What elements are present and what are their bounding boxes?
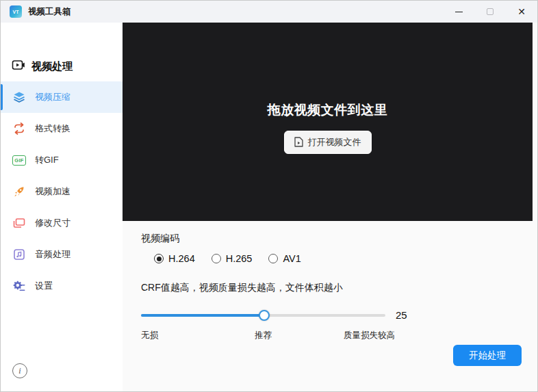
sidebar-header: 视频处理 bbox=[1, 23, 123, 75]
sidebar-item-format-convert[interactable]: 格式转换 bbox=[1, 113, 123, 144]
info-button[interactable]: i bbox=[12, 363, 27, 378]
radio-selected-icon bbox=[154, 254, 164, 263]
sidebar-item-label: 音频处理 bbox=[35, 248, 71, 261]
radio-label: H.265 bbox=[226, 253, 253, 264]
dropzone-title: 拖放视频文件到这里 bbox=[268, 101, 388, 119]
crf-hint-text: CRF值越高，视频质量损失越高，文件体积越小 bbox=[141, 282, 537, 294]
open-video-file-button[interactable]: 打开视频文件 bbox=[284, 131, 372, 154]
slider-label-recommended: 推荐 bbox=[255, 330, 272, 341]
compress-settings-panel: 视频编码 H.264 H.265 AV1 CRF值越高，视频质 bbox=[123, 221, 537, 391]
sidebar-item-label: 设置 bbox=[35, 280, 53, 292]
gif-icon: GIF bbox=[12, 153, 26, 167]
slider-fill bbox=[141, 314, 264, 317]
maximize-icon bbox=[487, 8, 494, 15]
radio-av1[interactable]: AV1 bbox=[268, 253, 300, 264]
convert-arrows-icon bbox=[12, 122, 26, 135]
radio-unselected-icon bbox=[268, 254, 278, 263]
crf-slider[interactable] bbox=[141, 314, 385, 317]
radio-h265[interactable]: H.265 bbox=[212, 253, 253, 264]
slider-scale-labels: 无损 推荐 质量损失较高 bbox=[141, 330, 385, 340]
crf-value: 25 bbox=[396, 309, 407, 321]
open-video-file-label: 打开视频文件 bbox=[308, 136, 361, 148]
codec-radio-group: H.264 H.265 AV1 bbox=[154, 253, 537, 264]
sidebar-item-label: 转GIF bbox=[35, 154, 59, 166]
music-note-icon bbox=[12, 248, 26, 261]
info-icon: i bbox=[18, 366, 21, 376]
close-button[interactable]: ✕ bbox=[506, 1, 537, 23]
titlebar: VT 视频工具箱 ✕ bbox=[1, 1, 537, 23]
sidebar-item-resize[interactable]: 修改尺寸 bbox=[1, 207, 123, 239]
close-icon: ✕ bbox=[517, 7, 526, 16]
app-logo-icon: VT bbox=[10, 5, 22, 18]
app-window: VT 视频工具箱 ✕ 视频处理 视频压缩 bbox=[0, 0, 538, 392]
video-file-icon bbox=[294, 137, 303, 147]
slider-label-high-loss: 质量损失较高 bbox=[344, 330, 395, 341]
minimize-button[interactable] bbox=[443, 1, 474, 23]
window-title: 视频工具箱 bbox=[28, 6, 71, 18]
video-processing-icon bbox=[12, 58, 25, 75]
minimize-icon bbox=[455, 12, 463, 12]
slider-thumb[interactable] bbox=[259, 310, 270, 321]
resize-icon bbox=[12, 216, 26, 230]
radio-label: H.264 bbox=[168, 253, 195, 264]
gear-icon bbox=[12, 279, 26, 293]
sidebar-item-label: 格式转换 bbox=[35, 122, 71, 135]
radio-unselected-icon bbox=[212, 254, 221, 263]
sidebar-item-to-gif[interactable]: GIF 转GIF bbox=[1, 144, 123, 176]
sidebar-item-video-speed[interactable]: 视频加速 bbox=[1, 176, 123, 207]
sidebar: 视频处理 视频压缩 格式转换 GIF 转GIF bbox=[1, 23, 123, 391]
sidebar-title: 视频处理 bbox=[31, 60, 73, 73]
rocket-icon bbox=[12, 185, 26, 198]
start-processing-button[interactable]: 开始处理 bbox=[453, 345, 522, 366]
sidebar-item-label: 修改尺寸 bbox=[35, 217, 71, 229]
sidebar-item-label: 视频加速 bbox=[35, 185, 71, 198]
video-drop-zone[interactable]: 拖放视频文件到这里 打开视频文件 bbox=[123, 23, 533, 221]
sidebar-item-settings[interactable]: 设置 bbox=[1, 270, 123, 302]
radio-label: AV1 bbox=[283, 253, 300, 264]
sidebar-item-audio[interactable]: 音频处理 bbox=[1, 239, 123, 270]
crf-slider-row: 25 bbox=[141, 309, 537, 321]
main-area: 拖放视频文件到这里 打开视频文件 视频编码 H.264 bbox=[123, 23, 537, 391]
radio-h264[interactable]: H.264 bbox=[154, 253, 195, 264]
layers-icon bbox=[12, 90, 26, 104]
sidebar-item-label: 视频压缩 bbox=[35, 91, 71, 103]
slider-label-lossless: 无损 bbox=[141, 330, 158, 341]
sidebar-item-video-compress[interactable]: 视频压缩 bbox=[1, 81, 123, 113]
encoding-label: 视频编码 bbox=[141, 233, 537, 245]
maximize-button[interactable] bbox=[474, 1, 506, 23]
sidebar-nav: 视频压缩 格式转换 GIF 转GIF 视频加速 bbox=[1, 81, 123, 302]
